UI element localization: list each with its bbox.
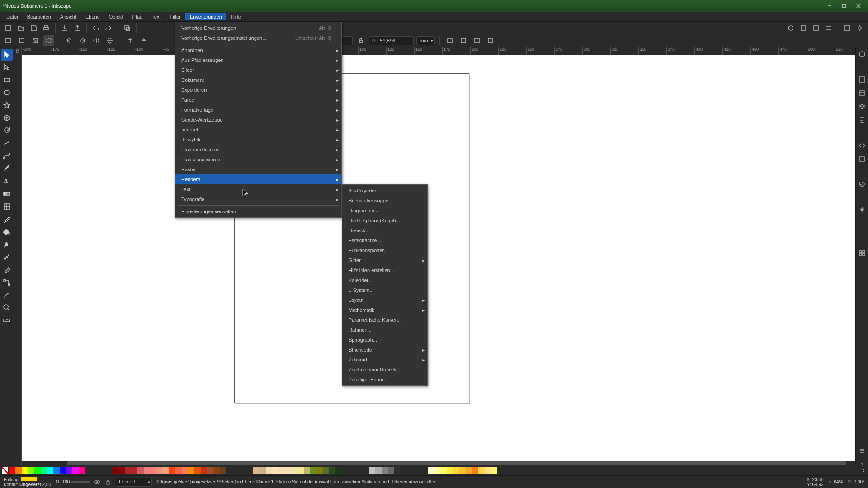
swatches-panel-button[interactable] xyxy=(857,248,868,258)
deselect-button[interactable] xyxy=(30,35,41,46)
selectors-panel-button[interactable] xyxy=(857,154,868,164)
color-swatch[interactable] xyxy=(137,467,144,474)
color-swatch[interactable] xyxy=(278,467,285,474)
menu-item-prev-extension[interactable]: Vorherige Erweiterungen Alt+Q xyxy=(175,23,341,33)
color-swatch[interactable] xyxy=(150,467,156,474)
import-button[interactable] xyxy=(59,23,70,33)
no-color-swatch[interactable] xyxy=(2,467,8,474)
submenu-item-faltschachtel-[interactable]: Faltschachtel... xyxy=(342,235,427,245)
color-swatch[interactable] xyxy=(188,467,194,474)
color-swatch[interactable] xyxy=(112,467,118,474)
snap-node-button[interactable] xyxy=(811,23,821,33)
maximize-button[interactable] xyxy=(837,1,851,10)
submenu-item-mathematik[interactable]: Mathematik xyxy=(342,305,427,315)
menu-item-farbe[interactable]: Farbe xyxy=(175,95,341,105)
print-button[interactable] xyxy=(41,23,52,33)
submenu-item-3d-polyeder-[interactable]: 3D-Polyeder... xyxy=(342,186,427,196)
color-swatch[interactable] xyxy=(259,467,266,474)
color-swatch[interactable] xyxy=(60,467,66,474)
submenu-item-hilfslinien-erstellen-[interactable]: Hilfslinien erstellen... xyxy=(342,265,427,275)
menu-erweiterungen[interactable]: Erweiterungen xyxy=(185,13,226,20)
color-swatch[interactable] xyxy=(428,467,434,474)
object-props-panel-button[interactable] xyxy=(857,88,868,99)
horizontal-scrollbar[interactable] xyxy=(22,461,855,465)
move-gradient-button[interactable] xyxy=(472,35,482,46)
star-tool[interactable] xyxy=(1,99,13,111)
rotation-control[interactable]: D: 0,00° xyxy=(848,479,864,484)
height-spinner[interactable]: H: 59,896 − + xyxy=(369,36,414,45)
paintbucket-tool[interactable] xyxy=(1,226,13,238)
select-all-layers-button[interactable] xyxy=(3,35,14,46)
gradient-tool[interactable] xyxy=(1,188,13,200)
node-tool[interactable] xyxy=(1,61,13,73)
menu-ebene[interactable]: Ebene xyxy=(81,13,104,20)
color-swatch[interactable] xyxy=(9,467,15,474)
menu-item-prev-extension-settings[interactable]: Vorherige Erweiterungseinstellungen... U… xyxy=(175,33,341,43)
color-swatch[interactable] xyxy=(466,467,472,474)
submenu-item-l-system-[interactable]: L-System... xyxy=(342,285,427,295)
minimize-button[interactable] xyxy=(823,1,836,10)
submenu-item-diagramme-[interactable]: Diagramme... xyxy=(342,206,427,216)
submenu-item-dreieck-[interactable]: Dreieck... xyxy=(342,225,427,235)
unit-selector[interactable]: mm xyxy=(416,36,434,45)
submenu-item-zahnrad[interactable]: Zahnrad xyxy=(342,355,427,365)
menu-item-formatvorlage[interactable]: Formatvorlage xyxy=(175,105,341,115)
submenu-item-kalender-[interactable]: Kalender... xyxy=(342,275,427,285)
color-swatch[interactable] xyxy=(182,467,188,474)
dropper-tool[interactable] xyxy=(1,213,13,225)
fill-stroke-panel-button[interactable] xyxy=(857,74,868,85)
toggle-bbox-button[interactable] xyxy=(43,35,54,46)
color-swatch[interactable] xyxy=(207,467,213,474)
menu-item-aus-pfad-erzeugen[interactable]: Aus Pfad erzeugen xyxy=(175,55,341,65)
undo-history-button[interactable] xyxy=(857,179,868,190)
spiral-tool[interactable] xyxy=(1,125,13,136)
ruler-lock-button[interactable] xyxy=(14,47,22,55)
eraser-tool[interactable] xyxy=(1,264,13,276)
open-file-button[interactable] xyxy=(15,23,26,33)
menu-item-gcode-werkzeuge[interactable]: Gcode-Werkzeuge xyxy=(175,115,341,125)
menu-item-bilder[interactable]: Bilder xyxy=(175,65,341,75)
measure-tool[interactable] xyxy=(1,314,13,326)
canvas[interactable] xyxy=(22,55,855,461)
tweak-tool[interactable] xyxy=(1,239,13,250)
zoom-tool[interactable] xyxy=(1,302,13,314)
flip-h-button[interactable] xyxy=(91,35,102,46)
flip-v-button[interactable] xyxy=(104,35,115,46)
ellipse-tool[interactable] xyxy=(1,87,13,99)
copy-button[interactable] xyxy=(122,23,132,33)
menu-item-dokument[interactable]: Dokument xyxy=(175,75,341,85)
color-swatch[interactable] xyxy=(72,467,79,474)
mesh-tool[interactable] xyxy=(1,201,13,212)
color-swatch[interactable] xyxy=(34,467,41,474)
submenu-item-zuf-lliger-baum-[interactable]: Zufälliger Baum... xyxy=(342,375,427,385)
color-swatch[interactable] xyxy=(201,467,207,474)
color-swatch[interactable] xyxy=(459,467,466,474)
color-swatch[interactable] xyxy=(15,467,22,474)
redo-button[interactable] xyxy=(103,23,114,33)
raise-button[interactable] xyxy=(138,35,149,46)
menu-datei[interactable]: Datei xyxy=(2,13,23,20)
menu-item-rendern[interactable]: Rendern xyxy=(175,174,341,184)
vertical-ruler[interactable] xyxy=(14,55,22,470)
color-swatch[interactable] xyxy=(253,467,259,474)
color-swatch[interactable] xyxy=(369,467,375,474)
height-value[interactable]: 59,896 xyxy=(378,38,401,43)
selector-tool[interactable] xyxy=(1,49,13,61)
color-swatch[interactable] xyxy=(66,467,72,474)
color-swatch[interactable] xyxy=(79,467,85,474)
color-swatch[interactable] xyxy=(382,467,388,474)
transform-panel-button[interactable] xyxy=(857,204,868,215)
height-inc-button[interactable]: + xyxy=(407,38,413,43)
calligraphy-tool[interactable] xyxy=(1,163,13,174)
submenu-item-zeichnet-vom-dreieck-[interactable]: Zeichnet vom Dreieck... xyxy=(342,365,427,375)
scale-corner-button[interactable] xyxy=(458,35,469,46)
lock-toggle[interactable] xyxy=(105,479,111,485)
color-swatch[interactable] xyxy=(291,467,297,474)
snap-align-button[interactable] xyxy=(823,23,834,33)
color-swatch[interactable] xyxy=(131,467,137,474)
text-tool[interactable]: A xyxy=(1,175,13,187)
height-dec-button[interactable]: − xyxy=(401,38,407,43)
color-swatch[interactable] xyxy=(285,467,291,474)
menu-item-anordnen[interactable]: Anordnen xyxy=(175,45,341,55)
menu-item-manage-extensions[interactable]: Erweiterungen verwalten xyxy=(175,206,341,216)
